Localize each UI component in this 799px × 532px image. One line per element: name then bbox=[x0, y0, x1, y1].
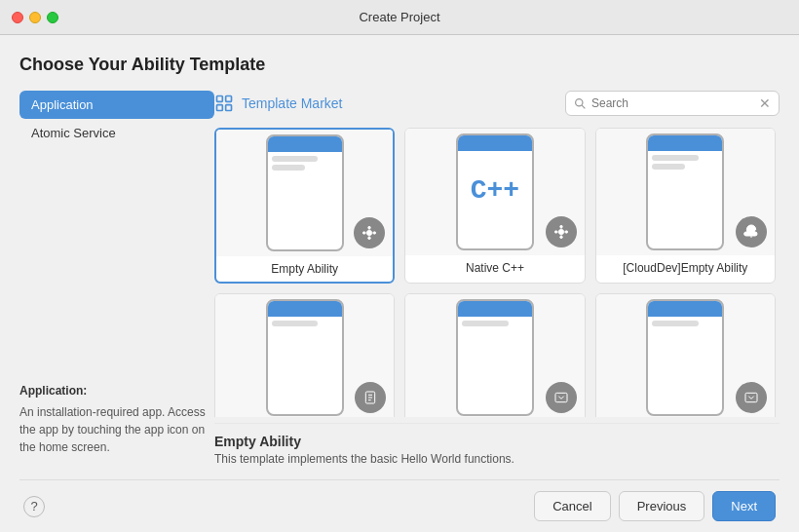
content-area: Application Atomic Service Application: … bbox=[19, 91, 780, 472]
footer: ? Cancel Previous Next bbox=[19, 479, 780, 532]
mock-phone-3 bbox=[646, 133, 724, 250]
svg-rect-1 bbox=[226, 96, 232, 102]
sidebar-item-application[interactable]: Application bbox=[19, 91, 214, 119]
panel-header: Template Market ✕ bbox=[214, 91, 780, 116]
selected-template-description: This template implements the basic Hello… bbox=[214, 452, 780, 466]
badge-icon-6 bbox=[736, 382, 767, 413]
search-input[interactable] bbox=[591, 96, 755, 110]
search-box: ✕ bbox=[565, 91, 780, 116]
svg-rect-0 bbox=[217, 96, 223, 102]
svg-point-17 bbox=[559, 236, 562, 239]
template-card-6[interactable] bbox=[595, 293, 776, 417]
maximize-button[interactable] bbox=[47, 12, 58, 23]
templates-grid: Empty Ability C++ bbox=[214, 128, 780, 417]
svg-rect-2 bbox=[217, 105, 223, 111]
minimize-button[interactable] bbox=[29, 12, 41, 23]
template-card-4[interactable] bbox=[214, 293, 395, 417]
previous-button[interactable]: Previous bbox=[619, 491, 705, 521]
svg-point-7 bbox=[368, 226, 371, 229]
right-panel: Template Market ✕ bbox=[214, 91, 780, 472]
sidebar-description-title: Application: bbox=[19, 384, 214, 398]
market-icon bbox=[214, 94, 234, 113]
template-preview-6 bbox=[596, 294, 775, 417]
sidebar-description-text: An installation-required app. Access the… bbox=[19, 403, 214, 456]
template-preview-1 bbox=[216, 130, 393, 256]
svg-line-5 bbox=[582, 105, 585, 108]
template-preview-4 bbox=[215, 294, 394, 417]
template-card-5[interactable] bbox=[404, 293, 585, 417]
panel-title: Template Market bbox=[214, 94, 342, 113]
close-button[interactable] bbox=[12, 12, 23, 23]
help-button[interactable]: ? bbox=[23, 496, 45, 517]
badge-icon-5 bbox=[546, 382, 577, 413]
next-button[interactable]: Next bbox=[712, 491, 776, 521]
mock-phone-5 bbox=[456, 299, 534, 416]
svg-point-19 bbox=[565, 231, 568, 234]
sidebar-item-atomic-service[interactable]: Atomic Service bbox=[19, 119, 214, 147]
svg-rect-29 bbox=[555, 393, 567, 401]
svg-point-16 bbox=[559, 225, 562, 228]
badge-icon-3 bbox=[736, 216, 767, 247]
template-card-empty-ability[interactable]: Empty Ability bbox=[214, 128, 395, 284]
badge-icon-1 bbox=[354, 217, 385, 248]
template-card-clouddev[interactable]: [CloudDev]Empty Ability bbox=[595, 128, 776, 284]
badge-icon-4 bbox=[355, 382, 386, 413]
templates-wrapper: Empty Ability C++ bbox=[214, 128, 780, 417]
sidebar: Application Atomic Service Application: … bbox=[19, 91, 214, 472]
panel-title-text: Template Market bbox=[242, 95, 342, 111]
page-heading: Choose Your Ability Template bbox=[19, 55, 780, 75]
svg-point-18 bbox=[554, 231, 557, 234]
template-preview-2: C++ bbox=[405, 129, 584, 255]
mock-phone-4 bbox=[266, 299, 344, 416]
svg-rect-3 bbox=[226, 105, 232, 111]
template-label-3: [CloudDev]Empty Ability bbox=[596, 255, 775, 281]
footer-left: ? bbox=[23, 496, 45, 517]
badge-icon-2 bbox=[546, 216, 577, 247]
main-container: Choose Your Ability Template Application… bbox=[0, 35, 799, 532]
template-label-1: Empty Ability bbox=[216, 256, 393, 282]
mock-phone-1 bbox=[266, 134, 344, 251]
sidebar-description: Application: An installation-required ap… bbox=[19, 384, 214, 472]
svg-point-8 bbox=[368, 237, 371, 240]
mock-phone-2: C++ bbox=[456, 133, 534, 250]
template-card-native-cpp[interactable]: C++ bbox=[404, 128, 585, 284]
template-preview-5 bbox=[405, 294, 584, 417]
template-label-2: Native C++ bbox=[405, 255, 584, 281]
selected-template-name: Empty Ability bbox=[214, 434, 780, 449]
svg-point-15 bbox=[558, 229, 563, 234]
template-preview-3 bbox=[596, 129, 775, 255]
svg-rect-30 bbox=[745, 393, 757, 401]
cpp-icon: C++ bbox=[471, 175, 519, 206]
mock-phone-6 bbox=[646, 299, 724, 416]
window-title: Create Project bbox=[359, 10, 439, 24]
svg-point-9 bbox=[363, 232, 366, 235]
search-clear-icon[interactable]: ✕ bbox=[759, 95, 771, 111]
footer-buttons: Cancel Previous Next bbox=[534, 491, 776, 521]
svg-point-4 bbox=[576, 98, 583, 105]
titlebar: Create Project bbox=[0, 0, 799, 35]
svg-point-6 bbox=[367, 230, 372, 235]
cancel-button[interactable]: Cancel bbox=[534, 491, 610, 521]
traffic-lights bbox=[12, 12, 58, 23]
svg-point-10 bbox=[373, 232, 376, 235]
bottom-info: Empty Ability This template implements t… bbox=[214, 423, 780, 472]
search-icon bbox=[574, 97, 587, 110]
